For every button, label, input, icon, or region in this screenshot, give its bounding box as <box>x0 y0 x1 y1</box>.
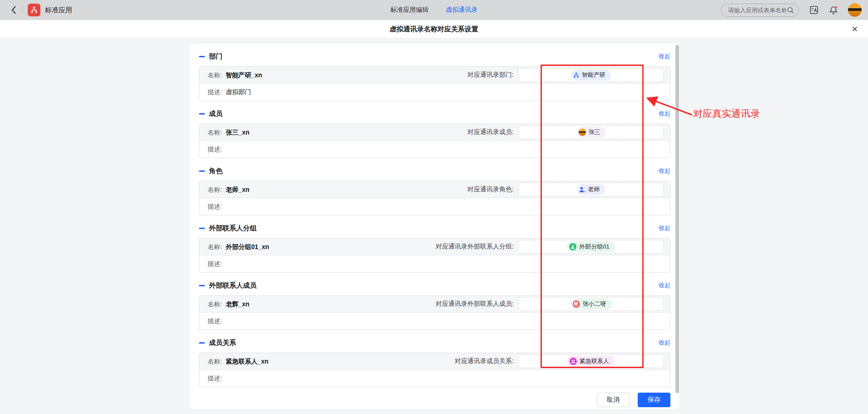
section-header: 外部联系人成员 收起 <box>199 280 670 291</box>
collapse-link[interactable]: 收起 <box>659 339 670 347</box>
mapping-input[interactable]: 紧急联系人 <box>518 354 664 368</box>
back-button[interactable] <box>8 4 19 16</box>
description-label: 描述: <box>208 374 222 383</box>
collapse-toggle-icon[interactable] <box>199 285 205 286</box>
collapse-link[interactable]: 收起 <box>659 110 670 118</box>
mapping-input[interactable]: 张三 <box>518 125 664 139</box>
section-title: 外部联系人分组 <box>209 224 257 233</box>
contacts-icon[interactable] <box>809 5 819 15</box>
name-cell: 名称:智能产研_xn <box>208 71 262 80</box>
close-icon[interactable]: ✕ <box>852 25 858 33</box>
modal-body: 部门 收起 名称:智能产研_xn 对应通讯录部门: 智能产研 <box>0 39 868 414</box>
name-value: 张三_xn <box>226 129 249 136</box>
mapping-label: 对应通讯录成员关系: <box>455 357 514 365</box>
app-logo-icon <box>28 4 40 16</box>
search-input[interactable] <box>727 6 787 14</box>
mapping-tag[interactable]: 智能产研 <box>571 70 611 80</box>
section-header: 成员关系 收起 <box>199 337 670 348</box>
mapping-tag[interactable]: 呀 张小二呀 <box>570 299 612 309</box>
mapping-tag-label: 张小二呀 <box>583 300 606 308</box>
settings-card: 部门 收起 名称:智能产研_xn 对应通讯录部门: 智能产研 <box>190 44 680 409</box>
global-search[interactable] <box>721 4 799 17</box>
card-footer: 取消 保存 <box>199 393 670 407</box>
name-value: 老辉_xn <box>226 300 249 308</box>
name-label: 名称: <box>208 186 222 193</box>
search-icon[interactable] <box>787 7 794 14</box>
modal-title: 虚拟通讯录名称对应关系设置 <box>390 25 478 34</box>
section-title: 部门 <box>209 52 223 61</box>
tab-virtual-contacts[interactable]: 虚拟通讯录 <box>446 6 478 14</box>
name-value: 外部分组01_xn <box>226 243 269 250</box>
name-cell: 名称:外部分组01_xn <box>208 243 269 251</box>
description-value: 虚拟部门 <box>226 88 251 96</box>
section: 部门 收起 名称:智能产研_xn 对应通讯录部门: 智能产研 <box>199 51 670 101</box>
section: 角色 收起 名称:老师_xn 对应通讯录角色: 老师 <box>199 165 670 215</box>
mapping-tag[interactable]: 紧急联系人 <box>567 356 615 367</box>
name-value: 老师_xn <box>226 186 249 193</box>
collapse-toggle-icon[interactable] <box>199 342 205 344</box>
cancel-button[interactable]: 取消 <box>597 393 630 407</box>
mapping-input[interactable]: 老师 <box>518 183 664 196</box>
collapse-toggle-icon[interactable] <box>199 56 205 57</box>
section-header: 部门 收起 <box>199 51 670 62</box>
member-avatar <box>579 129 586 136</box>
section-header: 外部联系人分组 收起 <box>199 223 670 234</box>
mapping-tag-label: 智能产研 <box>582 71 605 79</box>
save-button[interactable]: 保存 <box>638 393 670 407</box>
name-value: 智能产研_xn <box>226 71 262 79</box>
mapping-cell: 对应通讯录部门: 智能产研 <box>467 68 664 82</box>
section-header: 成员 收起 <box>199 108 670 119</box>
section-box: 名称:外部分组01_xn 对应通讯录外部联系人分组: 外部分组01 描述: <box>199 238 670 273</box>
name-label: 名称: <box>208 71 222 79</box>
name-row: 名称:紧急联系人_xn 对应通讯录成员关系: 紧急联系人 <box>199 353 670 370</box>
mapping-label: 对应通讯录部门: <box>467 71 514 79</box>
mapping-label: 对应通讯录外部联系人成员: <box>436 300 514 308</box>
name-label: 名称: <box>208 358 222 365</box>
name-row: 名称:张三_xn 对应通讯录成员: 张三 <box>199 124 670 141</box>
collapse-link[interactable]: 收起 <box>659 167 670 175</box>
app-title: 标准应用 <box>45 6 72 15</box>
name-label: 名称: <box>208 129 222 136</box>
mapping-tag[interactable]: 张三 <box>576 127 606 138</box>
role-icon <box>579 187 585 193</box>
collapse-toggle-icon[interactable] <box>199 113 205 115</box>
name-row: 名称:老师_xn 对应通讯录角色: 老师 <box>199 181 670 198</box>
mapping-input[interactable]: 智能产研 <box>518 68 664 82</box>
mapping-input[interactable]: 外部分组01 <box>518 240 664 254</box>
section: 外部联系人分组 收起 名称:外部分组01_xn 对应通讯录外部联系人分组: 外部… <box>199 223 670 273</box>
scrollbar-thumb[interactable] <box>675 45 679 393</box>
name-row: 名称:外部分组01_xn 对应通讯录外部联系人分组: 外部分组01 <box>199 239 670 255</box>
collapse-link[interactable]: 收起 <box>659 52 670 60</box>
annotation-text: 对应真实通讯录 <box>693 107 760 120</box>
mapping-tag-label: 张三 <box>589 128 600 136</box>
section-box: 名称:紧急联系人_xn 对应通讯录成员关系: 紧急联系人 描述: <box>199 353 670 387</box>
mapping-cell: 对应通讯录外部联系人成员: 呀 张小二呀 <box>436 297 664 311</box>
name-cell: 名称:紧急联系人_xn <box>208 357 268 366</box>
collapse-toggle-icon[interactable] <box>199 170 205 172</box>
mapping-tag[interactable]: 外部分组01 <box>567 241 615 252</box>
name-row: 名称:智能产研_xn 对应通讯录部门: 智能产研 <box>199 67 670 84</box>
section-box: 名称:智能产研_xn 对应通讯录部门: 智能产研 描述:虚拟部门 <box>199 66 670 101</box>
collapse-link[interactable]: 收起 <box>659 281 670 289</box>
mapping-tag[interactable]: 老师 <box>577 184 605 195</box>
mapping-label: 对应通讯录角色: <box>467 185 514 194</box>
collapse-toggle-icon[interactable] <box>199 228 205 229</box>
external-member-avatar: 呀 <box>573 300 580 308</box>
mapping-input[interactable]: 呀 张小二呀 <box>518 297 664 311</box>
divider <box>22 6 22 14</box>
modal-header: 虚拟通讯录名称对应关系设置 ✕ <box>0 20 868 39</box>
user-avatar[interactable] <box>848 3 862 17</box>
description-row: 描述:虚拟部门 <box>199 84 670 100</box>
description-row: 描述: <box>199 370 670 387</box>
section-title: 成员 <box>209 110 223 118</box>
mapping-cell: 对应通讯录外部联系人分组: 外部分组01 <box>436 240 664 254</box>
description-label: 描述: <box>208 203 222 211</box>
section-box: 名称:张三_xn 对应通讯录成员: 张三 描述: <box>199 124 670 158</box>
description-label: 描述: <box>208 88 222 96</box>
tab-app-edit[interactable]: 标准应用编辑 <box>391 6 429 14</box>
mapping-cell: 对应通讯录角色: 老师 <box>467 183 664 196</box>
description-row: 描述: <box>199 313 670 329</box>
section-title: 成员关系 <box>209 339 236 347</box>
bell-icon[interactable] <box>829 5 838 15</box>
collapse-link[interactable]: 收起 <box>659 224 670 232</box>
